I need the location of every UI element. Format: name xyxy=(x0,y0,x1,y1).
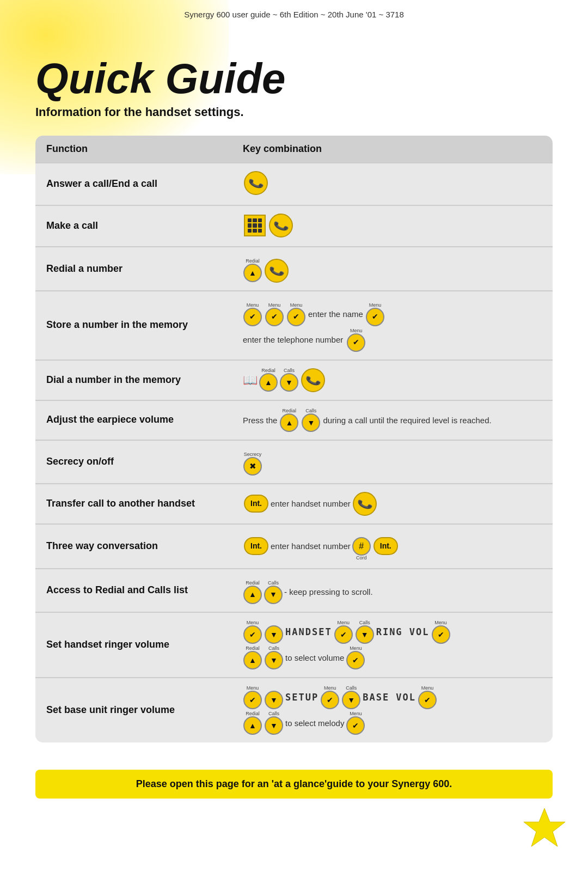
phone-button-icon xyxy=(265,259,289,283)
menu-check-btn: Menu xyxy=(418,686,437,709)
table-row: Transfer call to another handset Int. en… xyxy=(35,484,553,524)
hash-cord-button: Cord xyxy=(352,532,371,561)
subtitle: Information for the handset settings. xyxy=(35,105,553,119)
menu-check-btn: Menu xyxy=(243,620,262,644)
key-combo-cell: Menu Menu Menu enter the nam xyxy=(232,291,553,360)
menu-check-btn: Menu xyxy=(243,303,262,326)
key-combo-cell: Menu HANDSET Menu xyxy=(232,612,553,678)
key-combo-cell: Int. enter handset number xyxy=(232,484,553,524)
function-label: Access to Redial and Calls list xyxy=(35,569,232,612)
redial-up-button: Redial xyxy=(243,711,262,735)
function-label: Answer a call/End a call xyxy=(35,163,232,205)
enter-handset-text: enter handset number xyxy=(271,540,351,553)
int-button: Int. xyxy=(373,537,398,555)
redial-up-button: Redial xyxy=(280,409,298,432)
key-combo-cell: Menu SETUP Menu xyxy=(232,678,553,742)
menu-check-btn: Menu xyxy=(346,646,365,669)
redial-up-button: Redial xyxy=(243,581,262,604)
key-combo-cell xyxy=(232,163,553,205)
header-title: Synergy 600 user guide ~ 6th Edition ~ 2… xyxy=(184,10,404,19)
table-row: Secrecy on/off Secrecy xyxy=(35,440,553,484)
calls-down-button: Calls xyxy=(356,620,374,644)
calls-down-button: Calls xyxy=(342,686,360,709)
main-title: Quick Guide xyxy=(35,57,553,100)
function-label: Adjust the earpiece volume xyxy=(35,400,232,440)
redial-up-button: Redial xyxy=(243,259,262,282)
int-button: Int. xyxy=(244,537,268,555)
key-combo-cell: Redial Calls xyxy=(232,360,553,400)
menu-check-btn: Menu xyxy=(334,620,353,644)
table-row: Set handset ringer volume Menu xyxy=(35,612,553,678)
table-row: Store a number in the memory Menu Menu xyxy=(35,291,553,360)
menu-check-btn: Menu xyxy=(346,711,365,735)
calls-down-button xyxy=(265,620,283,644)
title-section: Quick Guide Information for the handset … xyxy=(0,25,588,136)
scroll-text: - keep pressing to scroll. xyxy=(284,586,373,599)
secrecy-button: Secrecy xyxy=(243,452,262,476)
phone-button-icon xyxy=(269,214,293,237)
book-icon xyxy=(243,370,258,389)
function-label: Transfer call to another handset xyxy=(35,484,232,524)
function-label: Secrecy on/off xyxy=(35,440,232,484)
phone-button-icon xyxy=(353,492,377,516)
function-label: Make a call xyxy=(35,205,232,247)
key-combo-cell xyxy=(232,205,553,247)
key-combo-cell: Press the Redial Calls during a call unt… xyxy=(232,400,553,440)
col-function-header: Function xyxy=(35,136,232,163)
ring-vol-label: RING VOL xyxy=(376,626,430,637)
key-combo-cell: Int. enter handset number Cord Int. xyxy=(232,524,553,569)
function-label: Redial a number xyxy=(35,247,232,291)
footer-text: Please open this page for an 'at a glanc… xyxy=(136,778,452,789)
redial-up-button: Redial xyxy=(243,646,262,669)
calls-down-button: Calls xyxy=(280,368,298,392)
table-row: Redial a number Redial xyxy=(35,247,553,291)
menu-check-btn: Menu xyxy=(243,686,262,709)
menu-check-btn: Menu xyxy=(432,620,450,644)
menu-check-btn: Menu xyxy=(321,686,339,709)
calls-down-button: Calls xyxy=(264,581,283,604)
table-row: Make a call xyxy=(35,205,553,247)
table-row: Three way conversation Int. enter handse… xyxy=(35,524,553,569)
function-label: Set base unit ringer volume xyxy=(35,678,232,742)
calls-down-button: Calls xyxy=(265,646,283,669)
enter-handset-text: enter handset number xyxy=(271,497,351,510)
function-label: Dial a number in the memory xyxy=(35,360,232,400)
table-row: Answer a call/End a call xyxy=(35,163,553,205)
during-call-text: during a call until the required level i… xyxy=(323,416,491,425)
redial-up-button: Redial xyxy=(259,368,278,392)
table-row: Dial a number in the memory Redial Calls xyxy=(35,360,553,400)
instruction-text2: enter the telephone number xyxy=(243,333,343,346)
star-decoration xyxy=(523,806,566,849)
menu-check-btn: Menu xyxy=(347,328,365,352)
col-key-header: Key combination xyxy=(232,136,553,163)
menu-check-btn: Menu xyxy=(366,303,384,326)
key-combo-cell: Redial Calls - keep pressing to scroll. xyxy=(232,569,553,612)
key-combo-cell: Redial xyxy=(232,247,553,291)
phone-button-icon xyxy=(244,171,268,195)
calls-down-button: Calls xyxy=(265,711,283,735)
table-row: Set base unit ringer volume Menu xyxy=(35,678,553,742)
menu-check-btn: Menu xyxy=(287,303,305,326)
page-header: Synergy 600 user guide ~ 6th Edition ~ 2… xyxy=(0,0,588,25)
quick-guide-table: Function Key combination Answer a call/E… xyxy=(35,136,553,742)
table-row: Adjust the earpiece volume Press the Red… xyxy=(35,400,553,440)
phone-button-icon xyxy=(301,368,325,392)
svg-marker-0 xyxy=(524,808,565,846)
base-vol-label: BASE VOL xyxy=(363,692,416,703)
select-volume-text: to select volume xyxy=(285,653,344,662)
table-section: Function Key combination Answer a call/E… xyxy=(0,136,588,759)
table-row: Access to Redial and Calls list Redial C… xyxy=(35,569,553,612)
calls-down-button xyxy=(265,686,283,709)
instruction-text: enter the name xyxy=(308,308,363,321)
function-label: Store a number in the memory xyxy=(35,291,232,360)
setup-label: SETUP xyxy=(285,692,318,703)
int-button: Int. xyxy=(244,495,268,512)
function-label: Set handset ringer volume xyxy=(35,612,232,678)
function-label: Three way conversation xyxy=(35,524,232,569)
menu-check-btn: Menu xyxy=(265,303,284,326)
select-melody-text: to select melody xyxy=(285,718,344,728)
handset-label: HANDSET xyxy=(285,626,332,637)
calls-down-button: Calls xyxy=(302,409,320,432)
keypad-icon xyxy=(244,215,266,236)
press-text: Press the xyxy=(243,416,277,425)
